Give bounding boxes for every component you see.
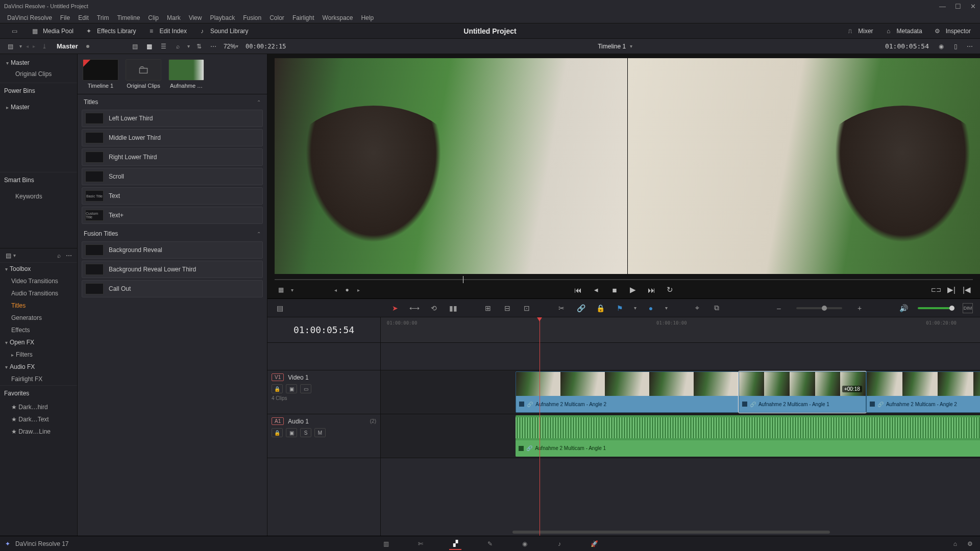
track-tag[interactable]: V1 <box>272 373 284 381</box>
viewer-options-icon[interactable]: ⋯ <box>965 41 975 52</box>
blade-tool-icon[interactable]: ▮▮ <box>448 303 458 313</box>
dim-button[interactable]: DIM <box>963 303 973 313</box>
sound-library-toggle[interactable]: ♪Sound Library <box>192 26 254 36</box>
viewer-scrubber[interactable] <box>275 278 973 281</box>
menu-mark[interactable]: Mark <box>163 14 185 21</box>
next-clip-button[interactable]: ▶| <box>946 285 957 294</box>
flag-icon[interactable]: ⚑ <box>615 303 625 313</box>
menu-view[interactable]: View <box>185 14 206 21</box>
video-clip[interactable]: 🔗Aufnahme 2 Multicam - Angle 2 <box>516 371 739 413</box>
page-media[interactable]: ▥ <box>380 538 392 550</box>
thumbnail-view-icon[interactable]: ▦ <box>144 41 155 52</box>
track-tag[interactable]: A1 <box>272 417 284 425</box>
menu-fairlight[interactable]: Fairlight <box>288 14 318 21</box>
overwrite-icon[interactable]: ⊟ <box>502 303 512 313</box>
timeline-view-options-icon[interactable]: ▤ <box>275 303 285 313</box>
dynamic-trim-icon[interactable]: ⟲ <box>429 303 439 313</box>
page-color[interactable]: ◉ <box>519 538 531 550</box>
pool-item-clip[interactable]: Aufnahme … <box>168 59 204 89</box>
cat-filters[interactable]: ▸Filters <box>0 348 77 361</box>
stop-button[interactable]: ■ <box>609 286 620 294</box>
fusion-title-background-reveal-lower-third[interactable]: Background Reveal Lower Third <box>82 261 263 278</box>
favorites-header[interactable]: Favorites <box>0 385 77 401</box>
inspector-toggle[interactable]: ⚙Inspector <box>927 26 976 36</box>
effects-library-toggle[interactable]: ✦Effects Library <box>79 26 141 36</box>
collapse-icon[interactable]: ⌃ <box>257 99 261 105</box>
snap-icon[interactable]: ⌖ <box>692 303 702 313</box>
bin-original-clips[interactable]: Original Clips <box>4 68 73 80</box>
chevron-down-icon[interactable]: ▾ <box>19 43 22 49</box>
disable-track-button[interactable]: ▭ <box>300 384 311 393</box>
audio-clip[interactable]: 🔗Aufnahme 2 Multicam - Angle 1 <box>516 415 980 457</box>
page-cut[interactable]: ✄ <box>414 538 427 550</box>
window-maximize-button[interactable]: ☐ <box>955 3 961 10</box>
multicam-angle-1[interactable] <box>275 58 627 274</box>
menu-timeline[interactable]: Timeline <box>113 14 144 21</box>
menu-fusion[interactable]: Fusion <box>239 14 265 21</box>
cat-audio-transitions[interactable]: Audio Transitions <box>0 287 77 299</box>
linked-move-icon[interactable]: ⧉ <box>712 303 722 313</box>
menu-workspace[interactable]: Workspace <box>318 14 357 21</box>
auto-select-button[interactable]: ▣ <box>286 384 297 393</box>
selection-tool-icon[interactable]: ➤ <box>390 303 400 313</box>
single-viewer-icon[interactable]: ▯ <box>950 41 961 52</box>
trim-tool-icon[interactable]: ⟷ <box>409 303 420 313</box>
pool-item-timeline[interactable]: Timeline 1 <box>83 59 118 89</box>
menu-clip[interactable]: Clip <box>144 14 163 21</box>
insert-icon[interactable]: ⊞ <box>483 303 493 313</box>
chevron-down-icon[interactable]: ▾ <box>13 253 16 258</box>
window-close-button[interactable]: ✕ <box>970 3 976 10</box>
media-pool-toggle[interactable]: ▦Media Pool <box>24 26 79 36</box>
audio-track-header[interactable]: A1Audio 1(2) 🔒▣SM <box>267 414 380 458</box>
chevron-down-icon[interactable]: ▾ <box>291 287 293 293</box>
cat-titles[interactable]: Titles <box>0 299 77 312</box>
page-fairlight[interactable]: ♪ <box>553 538 566 550</box>
zoom-in-icon[interactable]: + <box>854 303 865 313</box>
video-track-header[interactable]: V1Video 1 🔒▣▭ 4 Clips <box>267 370 380 414</box>
solo-button[interactable]: S <box>300 428 311 437</box>
chevron-down-icon[interactable]: ▾ <box>665 305 668 311</box>
metadata-toggle[interactable]: ⌂Metadata <box>878 26 927 36</box>
menu-resolve[interactable]: DaVinci Resolve <box>3 14 56 21</box>
smart-bin-keywords[interactable]: Keywords <box>4 191 73 202</box>
audio-track-lane[interactable]: 🔗Aufnahme 2 Multicam - Angle 1 <box>381 414 980 458</box>
video-clip[interactable]: 🔗Aufnahme 2 Multicam - Angle 2 <box>866 371 980 413</box>
timeline-scrollbar[interactable] <box>381 530 980 535</box>
panel-toggle-icon[interactable]: ▤ <box>3 251 13 261</box>
chevron-down-icon[interactable]: ▾ <box>236 43 238 49</box>
fusion-title-call-out[interactable]: Call Out <box>82 280 263 297</box>
menu-edit[interactable]: Edit <box>74 14 93 21</box>
go-end-button[interactable]: ⏭ <box>646 286 656 294</box>
smart-bins-header[interactable]: Smart Bins <box>0 172 77 188</box>
timeline-name[interactable]: Timeline 1 <box>598 43 626 50</box>
link-icon[interactable]: 🔗 <box>576 303 586 313</box>
openfx-group[interactable]: ▾Open FX <box>0 336 77 348</box>
title-middle-lower-third[interactable]: Middle Lower Third <box>82 129 263 146</box>
timeline-timecode[interactable]: 01:00:05:54 <box>267 317 380 343</box>
loop-button[interactable]: ↻ <box>665 285 675 294</box>
page-edit[interactable]: ▞ <box>449 538 461 550</box>
power-bin-master[interactable]: ▸Master <box>4 102 73 113</box>
lock-icon[interactable]: 🔒 <box>595 303 605 313</box>
zoom-out-icon[interactable]: – <box>774 303 784 313</box>
cat-effects[interactable]: Effects <box>0 324 77 336</box>
title-text[interactable]: Basic TitleText <box>82 187 263 205</box>
search-icon[interactable]: ⌕ <box>173 41 183 52</box>
chevron-down-icon[interactable]: ▾ <box>630 43 632 49</box>
collapse-icon[interactable]: ⌃ <box>257 231 261 237</box>
play-button[interactable]: ▶ <box>628 285 638 294</box>
fav-item-2[interactable]: ★ Dark…Text <box>0 413 77 425</box>
lock-track-button[interactable]: 🔒 <box>272 428 283 437</box>
viewer-zoom[interactable]: 72% <box>224 43 236 50</box>
menu-color[interactable]: Color <box>265 14 288 21</box>
import-icon[interactable]: ⤓ <box>39 41 50 52</box>
title-scroll[interactable]: Scroll <box>82 168 263 185</box>
home-icon[interactable]: ⌂ <box>953 540 957 547</box>
list-view-icon[interactable]: ☰ <box>159 41 169 52</box>
title-text-plus[interactable]: Custom TitleText+ <box>82 207 263 224</box>
go-start-button[interactable]: ⏮ <box>573 286 583 294</box>
volume-slider[interactable] <box>918 307 953 309</box>
zoom-slider[interactable] <box>796 307 842 309</box>
bypass-grades-icon[interactable]: ◉ <box>936 41 946 52</box>
playhead[interactable] <box>540 317 540 536</box>
